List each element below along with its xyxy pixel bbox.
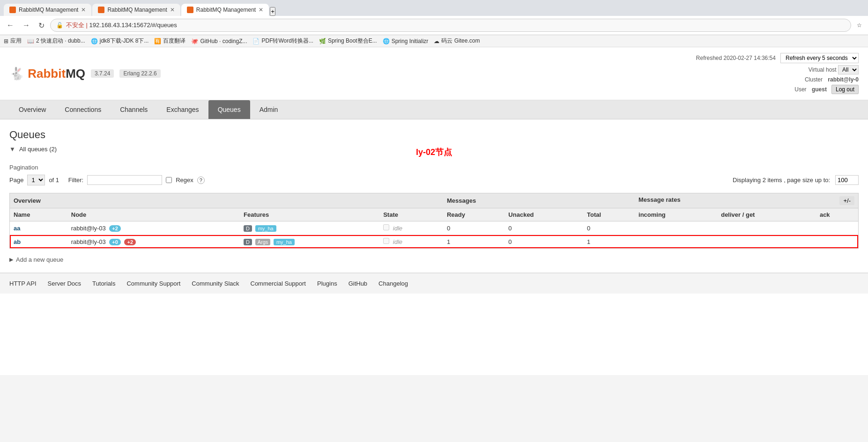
tab-favicon-3 bbox=[187, 7, 193, 13]
footer-github[interactable]: GitHub bbox=[349, 280, 367, 287]
feature-ha-aa: my_ha bbox=[255, 225, 276, 232]
bookmark-apps[interactable]: ⊞ 应用 bbox=[4, 37, 22, 45]
bookmark-2[interactable]: 🌐 jdk8下载-JDK 8下... bbox=[91, 37, 149, 45]
add-queue: ▶ Add a new queue bbox=[9, 256, 859, 263]
bookmark-8[interactable]: ☁ 码云 Gitee.com bbox=[434, 37, 480, 45]
queue-ack-aa bbox=[816, 221, 858, 235]
add-queue-toggle[interactable]: ▶ Add a new queue bbox=[9, 256, 859, 263]
th-total: Total bbox=[583, 208, 635, 221]
pagination-controls: Page 1 of 1 Filter: Regex ? Displaying 2… bbox=[9, 175, 859, 185]
th-ready: Ready bbox=[443, 208, 504, 221]
nav-admin[interactable]: Admin bbox=[250, 100, 288, 119]
rmq-main: Queues ▼ All queues (2) ly-02节点 Paginati… bbox=[0, 119, 868, 273]
queue-deliver-ab bbox=[717, 235, 816, 249]
section-header: ▼ All queues (2) bbox=[9, 146, 57, 153]
footer-changelog[interactable]: Changelog bbox=[378, 280, 408, 287]
state-text-aa: idle bbox=[393, 225, 402, 232]
nav-exchanges[interactable]: Exchanges bbox=[157, 100, 208, 119]
bookmark-6[interactable]: 🌿 Spring Boot整合E... bbox=[319, 37, 377, 45]
state-checkbox-ab bbox=[383, 238, 389, 244]
bookmark-4[interactable]: 🐙 GitHub · codingZ... bbox=[191, 38, 247, 44]
browser-tab-1[interactable]: RabbitMQ Management ✕ bbox=[4, 4, 91, 16]
address-url: 不安全 | 192.168.43.134:15672/#/queues bbox=[66, 21, 177, 29]
cluster-label: Cluster bbox=[805, 76, 823, 83]
forward-button[interactable]: → bbox=[20, 20, 33, 30]
bookmark-5[interactable]: 📄 PDF转Word转换器... bbox=[252, 37, 313, 45]
th-state: State bbox=[379, 208, 443, 221]
queue-link-aa[interactable]: aa bbox=[14, 225, 20, 232]
back-button[interactable]: ← bbox=[4, 20, 17, 30]
tab-close-1[interactable]: ✕ bbox=[81, 7, 86, 13]
rmq-version: 3.7.24 bbox=[91, 69, 114, 78]
th-features: Features bbox=[240, 208, 379, 221]
url-text: 192.168.43.134:15672/#/queues bbox=[89, 22, 177, 29]
bookmark-3[interactable]: 🈶 百度翻译 bbox=[154, 37, 185, 45]
table-row: ab rabbit@ly-03 +0 +2 D Args my_ha bbox=[10, 235, 858, 249]
queue-features-ab: D Args my_ha bbox=[240, 235, 379, 249]
logo-brand: Rabbit bbox=[28, 66, 66, 81]
queue-total-ab: 1 bbox=[583, 235, 635, 249]
queues-table-wrapper: Overview Messages Message rates +/- Name… bbox=[9, 193, 859, 249]
cluster-value: rabbit@ly-0 bbox=[828, 76, 859, 83]
queue-link-ab[interactable]: ab bbox=[14, 238, 21, 245]
browser-chrome: RabbitMQ Management ✕ RabbitMQ Managemen… bbox=[0, 0, 868, 47]
rmq-header-right: Refreshed 2020-02-27 14:36:54 Refresh ev… bbox=[696, 53, 859, 94]
nav-queues[interactable]: Queues bbox=[208, 100, 250, 119]
footer-tutorials[interactable]: Tutorials bbox=[92, 280, 115, 287]
queue-node-ab: rabbit@ly-03 +0 +2 bbox=[67, 235, 240, 249]
feature-d-ab: D bbox=[244, 239, 252, 245]
page-select[interactable]: 1 bbox=[27, 175, 45, 185]
footer-server-docs[interactable]: Server Docs bbox=[48, 280, 82, 287]
refresh-button[interactable]: ↻ bbox=[36, 20, 47, 31]
tab-title-3: RabbitMQ Management bbox=[196, 7, 256, 13]
regex-checkbox[interactable] bbox=[166, 177, 172, 183]
page-size-input[interactable] bbox=[835, 175, 859, 185]
browser-tab-2[interactable]: RabbitMQ Management ✕ bbox=[92, 4, 180, 16]
browser-tab-3[interactable]: RabbitMQ Management ✕ bbox=[181, 4, 269, 16]
queue-deliver-aa bbox=[717, 221, 816, 235]
footer-http-api[interactable]: HTTP API bbox=[9, 280, 37, 287]
regex-label: Regex bbox=[176, 177, 193, 184]
queue-name-aa[interactable]: aa bbox=[10, 221, 67, 235]
virtual-host-select[interactable]: All bbox=[838, 65, 859, 74]
bookmark-1[interactable]: 📖 2 快速启动 · dubb... bbox=[27, 37, 85, 45]
nav-overview[interactable]: Overview bbox=[9, 100, 55, 119]
toggle-columns-button[interactable]: +/- bbox=[839, 196, 854, 205]
add-queue-arrow: ▶ bbox=[9, 257, 13, 263]
footer-community-slack[interactable]: Community Slack bbox=[192, 280, 239, 287]
bookmark-star-icon[interactable]: ☆ bbox=[854, 20, 864, 30]
new-tab-button[interactable]: + bbox=[270, 7, 275, 16]
th-incoming: incoming bbox=[635, 208, 717, 221]
address-bar[interactable]: 🔓 不安全 | 192.168.43.134:15672/#/queues bbox=[50, 19, 851, 32]
th-node: Node bbox=[67, 208, 240, 221]
footer-community-support[interactable]: Community Support bbox=[126, 280, 180, 287]
browser-toolbar: ← → ↻ 🔓 不安全 | 192.168.43.134:15672/#/que… bbox=[0, 16, 868, 35]
insecure-label: 不安全 | bbox=[66, 22, 89, 29]
node-badge2-ab: +2 bbox=[124, 239, 136, 245]
rmq-logo-text: 🐇 RabbitMQ bbox=[9, 66, 85, 81]
nav-connections[interactable]: Connections bbox=[55, 100, 111, 119]
queue-features-aa: D my_ha bbox=[240, 221, 379, 235]
display-info: Displaying 2 items , page size up to: bbox=[733, 175, 859, 185]
regex-help[interactable]: ? bbox=[197, 177, 205, 184]
rmq-header: 🐇 RabbitMQ 3.7.24 Erlang 22.2.6 Refreshe… bbox=[0, 47, 868, 100]
footer-plugins[interactable]: Plugins bbox=[317, 280, 337, 287]
page-label: Page bbox=[9, 177, 23, 184]
collapse-arrow[interactable]: ▼ bbox=[9, 146, 15, 153]
feature-d-aa: D bbox=[244, 225, 252, 232]
rmq-refresh-info: Refreshed 2020-02-27 14:36:54 Refresh ev… bbox=[696, 53, 859, 63]
filter-input[interactable] bbox=[87, 175, 162, 185]
refresh-select[interactable]: Refresh every 5 seconds bbox=[780, 53, 859, 63]
pagination-section: Pagination Page 1 of 1 Filter: Regex ? D… bbox=[9, 164, 859, 185]
queue-name-ab[interactable]: ab bbox=[10, 235, 67, 249]
rmq-erlang: Erlang 22.2.6 bbox=[119, 69, 160, 78]
nav-channels[interactable]: Channels bbox=[111, 100, 157, 119]
tab-title-1: RabbitMQ Management bbox=[19, 7, 78, 13]
footer-commercial-support[interactable]: Commercial Support bbox=[251, 280, 306, 287]
th-ack: ack bbox=[816, 208, 858, 221]
logout-button[interactable]: Log out bbox=[831, 85, 859, 94]
bookmark-7[interactable]: 🌐 Spring Initializr bbox=[383, 38, 429, 44]
tab-close-3[interactable]: ✕ bbox=[259, 7, 263, 13]
tab-close-2[interactable]: ✕ bbox=[170, 7, 175, 13]
queue-ready-aa: 0 bbox=[443, 221, 504, 235]
